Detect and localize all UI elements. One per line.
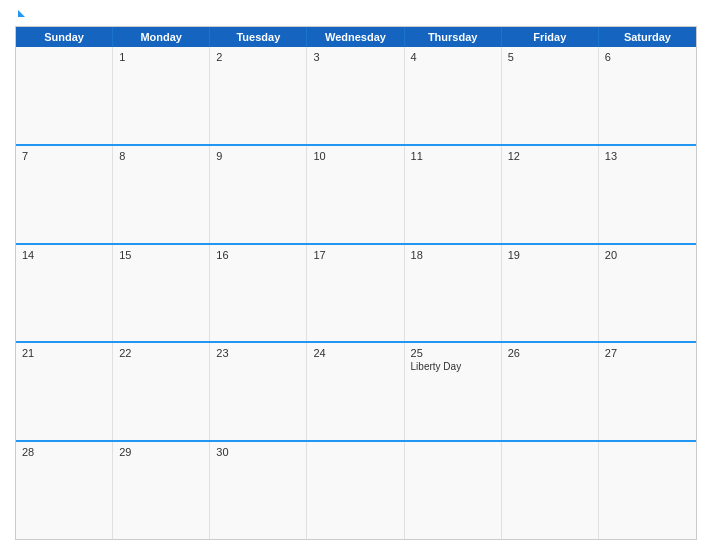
calendar: SundayMondayTuesdayWednesdayThursdayFrid…: [15, 26, 697, 540]
calendar-cell: 27: [599, 343, 696, 440]
day-number: 17: [313, 249, 397, 261]
calendar-week-5: 282930: [16, 440, 696, 539]
calendar-cell: 3: [307, 47, 404, 144]
calendar-week-4: 2122232425Liberty Day2627: [16, 341, 696, 440]
logo-triangle-icon: [18, 10, 25, 17]
day-header-sunday: Sunday: [16, 27, 113, 47]
day-number: 5: [508, 51, 592, 63]
day-number: 14: [22, 249, 106, 261]
logo: [15, 10, 25, 18]
day-number: 4: [411, 51, 495, 63]
calendar-cell: 9: [210, 146, 307, 243]
calendar-cell: 4: [405, 47, 502, 144]
calendar-cell: 12: [502, 146, 599, 243]
calendar-cell: 29: [113, 442, 210, 539]
page: SundayMondayTuesdayWednesdayThursdayFrid…: [0, 0, 712, 550]
calendar-header: SundayMondayTuesdayWednesdayThursdayFrid…: [16, 27, 696, 47]
day-number: 22: [119, 347, 203, 359]
day-number: 16: [216, 249, 300, 261]
calendar-cell: 24: [307, 343, 404, 440]
day-number: 19: [508, 249, 592, 261]
calendar-cell: 19: [502, 245, 599, 342]
calendar-cell: 17: [307, 245, 404, 342]
calendar-cell: 16: [210, 245, 307, 342]
day-number: 2: [216, 51, 300, 63]
day-number: 24: [313, 347, 397, 359]
day-number: 23: [216, 347, 300, 359]
day-header-tuesday: Tuesday: [210, 27, 307, 47]
calendar-cell: 6: [599, 47, 696, 144]
calendar-cell: 15: [113, 245, 210, 342]
calendar-cell: 10: [307, 146, 404, 243]
calendar-cell: 20: [599, 245, 696, 342]
day-number: 28: [22, 446, 106, 458]
calendar-cell: 5: [502, 47, 599, 144]
day-number: 27: [605, 347, 690, 359]
logo-blue-text: [15, 10, 25, 18]
day-header-monday: Monday: [113, 27, 210, 47]
day-number: 18: [411, 249, 495, 261]
calendar-cell: 21: [16, 343, 113, 440]
calendar-cell: 23: [210, 343, 307, 440]
day-number: 30: [216, 446, 300, 458]
header: [15, 10, 697, 18]
calendar-cell: 14: [16, 245, 113, 342]
day-number: 6: [605, 51, 690, 63]
calendar-cell: [502, 442, 599, 539]
day-number: 15: [119, 249, 203, 261]
calendar-cell: 1: [113, 47, 210, 144]
calendar-cell: 13: [599, 146, 696, 243]
day-number: 20: [605, 249, 690, 261]
calendar-cell: 26: [502, 343, 599, 440]
day-number: 21: [22, 347, 106, 359]
calendar-body: 1234567891011121314151617181920212223242…: [16, 47, 696, 539]
day-number: 3: [313, 51, 397, 63]
calendar-cell: [307, 442, 404, 539]
calendar-cell: [599, 442, 696, 539]
day-number: 12: [508, 150, 592, 162]
calendar-week-2: 78910111213: [16, 144, 696, 243]
day-number: 8: [119, 150, 203, 162]
calendar-cell: 28: [16, 442, 113, 539]
calendar-cell: 11: [405, 146, 502, 243]
day-number: 10: [313, 150, 397, 162]
day-header-thursday: Thursday: [405, 27, 502, 47]
day-header-saturday: Saturday: [599, 27, 696, 47]
day-number: 25: [411, 347, 495, 359]
calendar-cell: 8: [113, 146, 210, 243]
calendar-cell: 30: [210, 442, 307, 539]
day-number: 26: [508, 347, 592, 359]
day-header-wednesday: Wednesday: [307, 27, 404, 47]
day-header-friday: Friday: [502, 27, 599, 47]
calendar-cell: 7: [16, 146, 113, 243]
day-number: 9: [216, 150, 300, 162]
day-number: 7: [22, 150, 106, 162]
calendar-event: Liberty Day: [411, 361, 495, 372]
calendar-cell: [16, 47, 113, 144]
day-number: 1: [119, 51, 203, 63]
day-number: 11: [411, 150, 495, 162]
calendar-cell: 18: [405, 245, 502, 342]
day-number: 13: [605, 150, 690, 162]
calendar-cell: 25Liberty Day: [405, 343, 502, 440]
calendar-cell: [405, 442, 502, 539]
calendar-week-3: 14151617181920: [16, 243, 696, 342]
calendar-cell: 22: [113, 343, 210, 440]
calendar-cell: 2: [210, 47, 307, 144]
calendar-week-1: 123456: [16, 47, 696, 144]
day-number: 29: [119, 446, 203, 458]
